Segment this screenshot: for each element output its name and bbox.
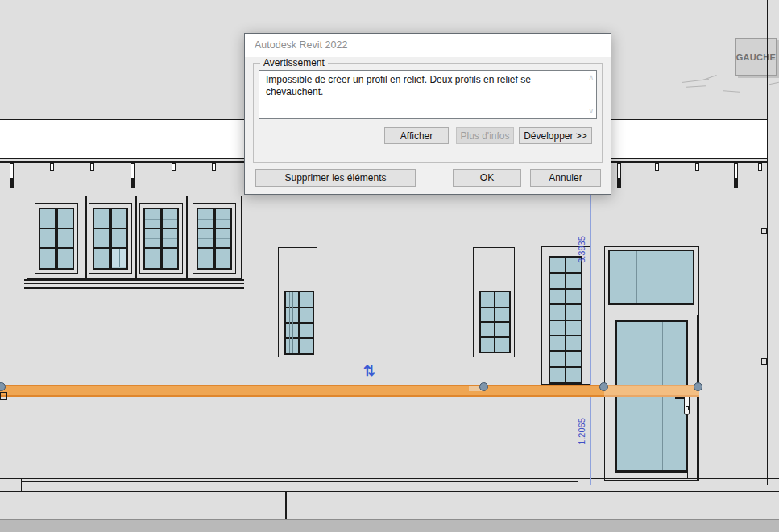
muntin-h-line xyxy=(40,247,55,250)
thin-muntin-h-line xyxy=(163,219,177,220)
muntin-h-line xyxy=(40,228,55,230)
rafter-tick xyxy=(695,163,699,171)
supprimer-elements-button[interactable]: Supprimer les éléments xyxy=(255,169,416,187)
dimension-upper[interactable]: 3.3935 xyxy=(577,227,586,272)
tall-window-glass[interactable] xyxy=(549,256,582,384)
sketch-mark xyxy=(769,82,779,85)
muntin-h-line xyxy=(163,247,177,250)
window-band-divider xyxy=(85,196,87,279)
dimension-lower[interactable]: 1.2065 xyxy=(577,409,586,454)
revit-elevation-canvas[interactable]: GAUCHE 3.3935 1.2065 ⇅ Autodesk Revit 20… xyxy=(0,0,779,532)
muntin-h-line xyxy=(145,228,160,230)
sweep-grip[interactable] xyxy=(599,382,608,391)
window-sill-line xyxy=(24,279,244,281)
muntin-h-line xyxy=(94,247,109,250)
casement-left[interactable] xyxy=(39,208,56,270)
afficher-button[interactable]: Afficher xyxy=(384,127,449,144)
rafter-tick xyxy=(758,163,762,171)
rafter-hanger-foot xyxy=(617,178,621,188)
scroll-up-icon[interactable]: ∧ xyxy=(588,74,594,81)
muntin-h-line xyxy=(216,247,230,250)
casement-right[interactable] xyxy=(161,208,179,270)
ground-step xyxy=(578,481,578,485)
thin-muntin-h-line xyxy=(216,219,230,220)
thin-muntin-h-line xyxy=(198,258,213,258)
sweep-end-box xyxy=(0,392,7,400)
muntin-h-line xyxy=(481,307,509,308)
muntin-h-line xyxy=(198,228,213,230)
warning-dialog[interactable]: Autodesk Revit 2022 Avertissement Imposs… xyxy=(244,33,611,195)
ground-line-4 xyxy=(0,491,779,493)
muntin-h-line xyxy=(550,303,581,305)
view-orientation-label: GAUCHE xyxy=(736,52,776,62)
casement-right[interactable] xyxy=(56,208,74,270)
view-orientation-tag[interactable]: GAUCHE xyxy=(735,38,777,76)
door-handle-plate[interactable] xyxy=(684,394,690,415)
thin-muntin-h-line xyxy=(145,219,160,220)
muntin-v-line xyxy=(636,251,637,303)
muntin-h-line xyxy=(550,320,581,321)
developper-button[interactable]: Développer >> xyxy=(519,127,592,144)
muntin-h-line xyxy=(216,228,230,230)
muntin-h-line xyxy=(550,335,581,336)
casement-right[interactable] xyxy=(214,208,232,270)
thin-muntin-h-line xyxy=(163,258,177,258)
wall-edge-hook-upper xyxy=(761,228,767,234)
door-threshold-line xyxy=(616,476,686,476)
ok-button[interactable]: OK xyxy=(453,169,521,187)
thin-muntin-h-line xyxy=(145,238,160,239)
thin-muntin-h-line xyxy=(198,238,213,239)
highlighted-pane xyxy=(112,249,126,267)
annuler-button[interactable]: Annuler xyxy=(530,169,601,187)
reference-plane-line[interactable] xyxy=(590,194,591,485)
building-right-edge-line xyxy=(767,0,769,485)
casement-left[interactable] xyxy=(143,208,161,270)
thin-muntin-h-line xyxy=(145,258,160,258)
dialog-title-bar[interactable]: Autodesk Revit 2022 xyxy=(245,34,611,57)
muntin-h-line xyxy=(550,366,581,368)
scroll-down-icon[interactable]: ∨ xyxy=(588,108,594,115)
warning-group-label: Avertissement xyxy=(260,57,328,68)
ground-line-2 xyxy=(22,481,578,482)
muntin-h-line xyxy=(94,228,109,230)
rafter-hanger-foot xyxy=(10,178,14,188)
rafter-hanger-foot xyxy=(734,178,738,188)
window-sill-line xyxy=(24,283,244,284)
ground-left-tick xyxy=(21,478,22,492)
thin-muntin-h-line xyxy=(216,238,230,239)
rafter-hanger-foot xyxy=(131,178,135,188)
warning-message-box[interactable]: Impossible de créer un profil en relief.… xyxy=(259,70,597,119)
wall-edge-hook-lower xyxy=(761,358,767,365)
flip-arrows-icon[interactable]: ⇅ xyxy=(363,362,375,380)
muntin-v-line xyxy=(665,251,665,303)
muntin-h-line xyxy=(58,247,73,250)
window-band-divider xyxy=(135,196,137,279)
muntin-h-line xyxy=(550,272,581,274)
muntin-h-line xyxy=(112,228,126,230)
thin-muntin-h-line xyxy=(163,238,177,239)
sketch-mark xyxy=(686,85,706,88)
ground-divider xyxy=(285,492,287,519)
thin-muntin-h-line xyxy=(216,258,230,258)
sketch-mark xyxy=(702,75,716,80)
sketch-mark xyxy=(723,90,740,93)
narrow-window-glass[interactable] xyxy=(284,291,314,355)
footer-band xyxy=(0,519,779,532)
muntin-h-line xyxy=(550,350,581,352)
thin-muntin-v-line xyxy=(292,292,293,353)
warning-message: Impossible de créer un profil en relief.… xyxy=(259,71,596,98)
casement-right[interactable] xyxy=(110,208,128,270)
casement-left[interactable] xyxy=(93,208,110,270)
muntin-h-line xyxy=(550,288,581,290)
window-band-divider xyxy=(186,196,188,279)
door-transom-glass[interactable] xyxy=(608,250,694,305)
sweep-grip[interactable] xyxy=(694,382,702,391)
rafter-tick xyxy=(172,163,176,171)
muntin-h-line xyxy=(198,247,213,250)
ground-line-3 xyxy=(578,485,779,485)
casement-left[interactable] xyxy=(197,208,214,270)
narrow-window-glass[interactable] xyxy=(479,291,511,353)
sweep-grip[interactable] xyxy=(479,382,488,391)
sweep-profile-band[interactable] xyxy=(0,385,699,397)
plus-dinfos-button: Plus d'infos xyxy=(456,127,514,144)
